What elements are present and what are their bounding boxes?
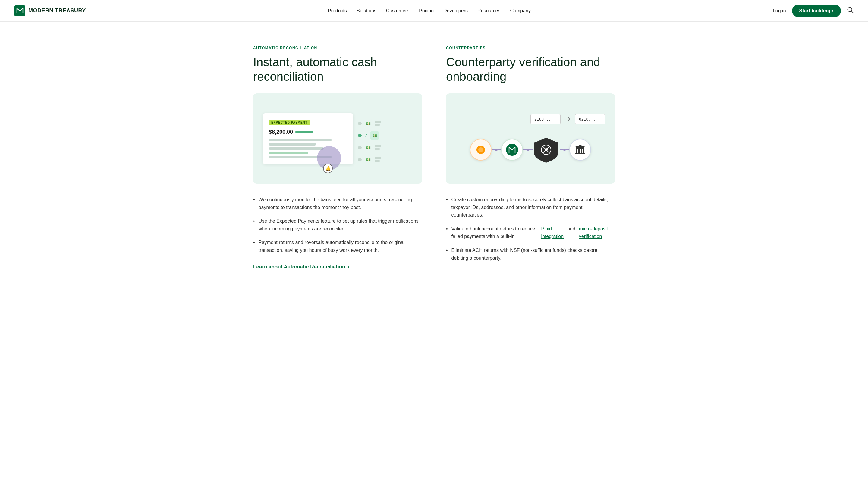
- txn-bars-3: [375, 145, 381, 150]
- txn-bars-1: [375, 121, 381, 126]
- shield-wrapper: [532, 136, 560, 163]
- transaction-list: 💵 ✓ 💵: [358, 113, 381, 164]
- svg-rect-10: [575, 149, 585, 150]
- svg-rect-13: [576, 150, 578, 153]
- payment-amount: $8,200.00: [269, 129, 347, 135]
- line-1: [269, 139, 332, 141]
- svg-point-4: [478, 147, 483, 152]
- txn-icon-2: 💵: [370, 131, 379, 140]
- nav-resources[interactable]: Resources: [477, 8, 500, 13]
- txn-row-3: 💵: [358, 143, 381, 152]
- nav-customers[interactable]: Customers: [386, 8, 409, 13]
- main-content: AUTOMATIC RECONCILIATION Instant, automa…: [217, 22, 651, 294]
- cta-arrow-right-icon: ›: [347, 264, 349, 270]
- svg-marker-12: [575, 145, 585, 147]
- cp-flow-diagram: [456, 136, 605, 163]
- txn-bar-3a: [375, 145, 381, 147]
- navbar: MODERN TREASURY Products Solutions Custo…: [0, 0, 868, 22]
- txn-dot-3: [358, 146, 362, 150]
- line-seg-4: [529, 149, 532, 150]
- line-seg-5: [560, 149, 563, 150]
- cp-bank-node: [569, 139, 591, 161]
- login-link[interactable]: Log in: [773, 8, 786, 13]
- cp-input-1: 2103...: [530, 114, 561, 124]
- reconciliation-bullets: We continuously monitor the bank feed fo…: [253, 196, 422, 254]
- txn-row-2: ✓ 💵: [358, 131, 381, 140]
- line-seg-6: [566, 149, 569, 150]
- dot-3: [563, 149, 566, 151]
- payment-card: EXPECTED PAYMENT $8,200.00 🔔: [263, 113, 353, 164]
- bell-icon: 🔔: [323, 164, 333, 173]
- counterparties-section: COUNTERPARTIES Counterparty verification…: [446, 46, 615, 270]
- cp-mt-node: [501, 139, 523, 161]
- bullet-item-3: Payment returns and reversals automatica…: [253, 238, 422, 254]
- svg-rect-11: [576, 147, 584, 149]
- txn-dot-2: [358, 134, 362, 137]
- start-building-button[interactable]: Start building ›: [792, 4, 841, 17]
- svg-rect-14: [578, 150, 580, 153]
- dot-1: [495, 149, 498, 151]
- cta-arrow-icon: ›: [832, 8, 834, 13]
- cp-input-2: 0210...: [575, 114, 605, 124]
- svg-rect-16: [583, 150, 584, 153]
- txn-bar-1a: [375, 121, 381, 123]
- cp-source-node: [470, 139, 492, 161]
- svg-rect-15: [581, 150, 582, 153]
- reconciliation-illustration-card: EXPECTED PAYMENT $8,200.00 🔔: [253, 93, 422, 184]
- counterparties-label: COUNTERPARTIES: [446, 46, 615, 50]
- check-icon: ✓: [364, 133, 368, 138]
- connector-1: [492, 149, 501, 151]
- dot-2: [527, 149, 529, 151]
- cp-bullet-3: Eliminate ACH returns with NSF (non-suff…: [446, 247, 615, 262]
- reconciliation-title: Instant, automatic cash reconciliation: [253, 55, 422, 84]
- txn-bars-4: [375, 157, 381, 162]
- cp-bullet-2: Validate bank account details to reduce …: [446, 225, 615, 240]
- nav-developers[interactable]: Developers: [443, 8, 468, 13]
- nav-company[interactable]: Company: [510, 8, 530, 13]
- txn-dot-4: [358, 158, 362, 161]
- cp-bullet-1: Create custom onboarding forms to secure…: [446, 196, 615, 219]
- bullet-item-1: We continuously monitor the bank feed fo…: [253, 196, 422, 211]
- counterparties-bullets: Create custom onboarding forms to secure…: [446, 196, 615, 262]
- crosshatch-icon: [541, 144, 552, 155]
- svg-line-2: [851, 11, 853, 13]
- txn-bar-4b: [375, 160, 380, 162]
- cp-arrow-icon: [564, 114, 571, 124]
- line-seg-3: [523, 149, 527, 150]
- search-icon[interactable]: [847, 7, 854, 15]
- txn-bar-4a: [375, 157, 381, 159]
- txn-icon-4: 💵: [364, 155, 373, 164]
- amount-bar: [296, 131, 313, 133]
- logo-text: MODERN TREASURY: [28, 7, 86, 14]
- plaid-link[interactable]: Plaid integration: [541, 225, 564, 240]
- logo-link[interactable]: MODERN TREASURY: [14, 5, 86, 16]
- reconciliation-illustration: EXPECTED PAYMENT $8,200.00 🔔: [263, 113, 412, 164]
- reconciliation-cta-link[interactable]: Learn about Automatic Reconciliation ›: [253, 264, 349, 270]
- micro-deposit-link[interactable]: micro-deposit verification: [579, 225, 610, 240]
- line-4: [269, 152, 308, 154]
- nav-solutions[interactable]: Solutions: [356, 8, 376, 13]
- txn-icon-1: 💵: [364, 119, 373, 128]
- counterparties-illustration-card: 2103... 0210...: [446, 93, 615, 184]
- nav-right: Log in Start building ›: [773, 4, 854, 17]
- connector-3: [560, 149, 569, 151]
- txn-dot-1: [358, 122, 362, 125]
- expected-payment-badge: EXPECTED PAYMENT: [269, 120, 310, 125]
- line-seg-2: [498, 149, 501, 150]
- line-2: [269, 143, 316, 146]
- svg-rect-17: [575, 153, 585, 154]
- cp-input-row: 2103... 0210...: [456, 114, 605, 124]
- txn-bar-3b: [375, 148, 380, 150]
- txn-bar-1b: [375, 124, 380, 126]
- txn-icon-3: 💵: [364, 143, 373, 152]
- logo-icon: [14, 5, 25, 16]
- line-seg-1: [492, 149, 495, 150]
- svg-point-9: [545, 148, 548, 151]
- txn-row-4: 💵: [358, 155, 381, 164]
- nav-pricing[interactable]: Pricing: [419, 8, 434, 13]
- reconciliation-section: AUTOMATIC RECONCILIATION Instant, automa…: [253, 46, 422, 270]
- counterparties-title: Counterparty verification and onboarding: [446, 55, 615, 84]
- nav-products[interactable]: Products: [328, 8, 347, 13]
- line-3: [269, 147, 324, 150]
- nav-links: Products Solutions Customers Pricing Dev…: [328, 8, 531, 13]
